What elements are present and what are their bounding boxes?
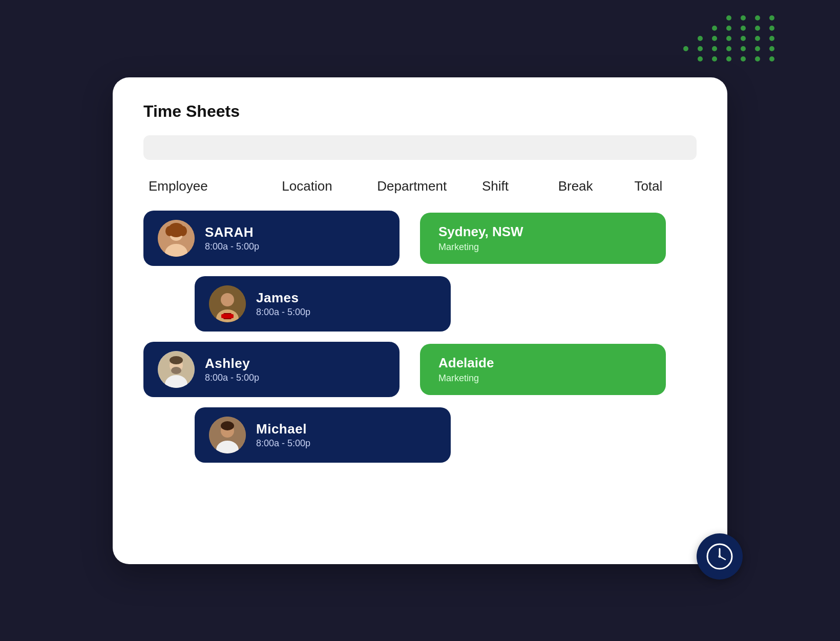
dot-decoration xyxy=(683,15,779,61)
clock-widget xyxy=(697,533,743,580)
col-header-department: Department xyxy=(377,178,482,194)
emp-time-michael: 8:00a - 5:00p xyxy=(256,438,310,449)
column-headers: Employee Location Department Shift Break… xyxy=(143,178,697,194)
svg-point-14 xyxy=(171,367,181,374)
col-header-location: Location xyxy=(282,178,377,194)
loc-city-ashley: Adelaide xyxy=(438,355,647,371)
location-card-ashley[interactable]: Adelaide Marketing xyxy=(420,344,666,395)
emp-time-james: 8:00a - 5:00p xyxy=(256,307,310,318)
loc-dept-ashley: Marketing xyxy=(438,373,647,384)
emp-name-ashley: Ashley xyxy=(205,356,259,371)
employee-rows: SARAH 8:00a - 5:00p Sydney, NSW Marketin… xyxy=(143,211,697,473)
svg-rect-10 xyxy=(221,314,234,318)
col-header-employee: Employee xyxy=(149,178,282,194)
emp-name-sarah: SARAH xyxy=(205,224,259,240)
employee-card-michael[interactable]: Michael 8:00a - 5:00p xyxy=(195,407,451,463)
location-card-sarah[interactable]: Sydney, NSW Marketing xyxy=(420,213,666,264)
employee-card-james[interactable]: James 8:00a - 5:00p xyxy=(195,276,451,332)
avatar-james xyxy=(209,285,246,322)
emp-info-ashley: Ashley 8:00a - 5:00p xyxy=(205,356,259,383)
emp-time-sarah: 8:00a - 5:00p xyxy=(205,241,259,252)
emp-name-james: James xyxy=(256,290,310,306)
svg-point-5 xyxy=(179,226,187,236)
emp-name-michael: Michael xyxy=(256,421,310,437)
col-header-shift: Shift xyxy=(482,178,558,194)
avatar-michael xyxy=(209,417,246,453)
header-filter-bar xyxy=(143,135,697,160)
avatar-sarah xyxy=(158,220,195,257)
table-row: Michael 8:00a - 5:00p xyxy=(143,407,697,463)
avatar-ashley xyxy=(158,351,195,388)
clock-icon xyxy=(706,543,733,570)
table-row: SARAH 8:00a - 5:00p Sydney, NSW Marketin… xyxy=(143,211,697,266)
loc-dept-sarah: Marketing xyxy=(438,242,647,253)
employee-card-ashley[interactable]: Ashley 8:00a - 5:00p xyxy=(143,342,400,397)
employee-card-sarah[interactable]: SARAH 8:00a - 5:00p xyxy=(143,211,400,266)
table-row: James 8:00a - 5:00p xyxy=(143,276,697,332)
emp-info-michael: Michael 8:00a - 5:00p xyxy=(256,421,310,449)
svg-point-23 xyxy=(719,555,721,557)
emp-time-ashley: 8:00a - 5:00p xyxy=(205,373,259,383)
loc-city-sarah: Sydney, NSW xyxy=(438,224,647,240)
svg-point-15 xyxy=(170,356,183,364)
svg-point-19 xyxy=(221,421,234,430)
emp-info-sarah: SARAH 8:00a - 5:00p xyxy=(205,224,259,252)
col-header-break: Break xyxy=(558,178,635,194)
page-title: Time Sheets xyxy=(143,102,697,121)
table-row: Ashley 8:00a - 5:00p Adelaide Marketing xyxy=(143,342,697,397)
emp-info-james: James 8:00a - 5:00p xyxy=(256,290,310,318)
svg-point-7 xyxy=(221,293,234,306)
main-card: Time Sheets Employee Location Department… xyxy=(113,77,727,564)
col-header-total: Total xyxy=(634,178,691,194)
svg-point-4 xyxy=(165,226,174,236)
